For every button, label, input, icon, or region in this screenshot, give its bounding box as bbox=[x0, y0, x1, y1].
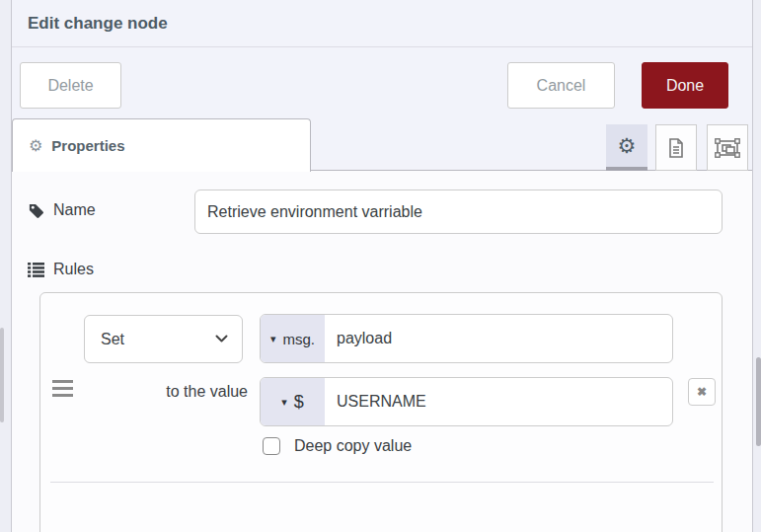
value-type-button[interactable]: ▾ $ bbox=[261, 378, 325, 425]
remove-rule-button[interactable]: ✖ bbox=[688, 378, 716, 406]
property-input[interactable] bbox=[325, 315, 672, 362]
property-type-button[interactable]: ▾ msg. bbox=[261, 315, 325, 362]
chevron-down-icon bbox=[215, 335, 228, 343]
gear-icon: ⚙ bbox=[29, 136, 42, 155]
rule-drag-handle[interactable] bbox=[52, 380, 73, 397]
close-icon: ✖ bbox=[697, 385, 707, 399]
tag-icon bbox=[28, 202, 44, 219]
tab-properties-label: Properties bbox=[51, 137, 124, 154]
rule-action-value: Set bbox=[101, 331, 215, 348]
left-scrollbar-thumb[interactable] bbox=[0, 328, 4, 422]
dialog-title: Edit change node bbox=[12, 14, 168, 34]
name-label-text: Name bbox=[53, 201, 96, 219]
value-input[interactable] bbox=[325, 378, 672, 425]
dropdown-caret-icon: ▾ bbox=[270, 333, 276, 345]
rules-label-text: Rules bbox=[53, 261, 94, 278]
properties-toolbar-button[interactable]: ⚙ bbox=[606, 124, 647, 171]
properties-form: Name Rules Set bbox=[12, 171, 752, 532]
description-toolbar-button[interactable] bbox=[655, 124, 697, 171]
rules-container: Set ▾ msg. to the value bbox=[39, 292, 723, 532]
expression-type-label: $ bbox=[294, 392, 304, 413]
dialog-button-bar: Delete Cancel Done bbox=[12, 47, 752, 116]
deep-copy-checkbox[interactable] bbox=[263, 437, 280, 455]
workspace-left-gutter bbox=[0, 0, 12, 532]
rule-property-typedinput: ▾ msg. bbox=[260, 314, 673, 363]
delete-button[interactable]: Delete bbox=[20, 62, 121, 109]
done-button[interactable]: Done bbox=[642, 62, 728, 109]
right-scrollbar-thumb[interactable] bbox=[756, 357, 761, 446]
list-icon bbox=[28, 263, 44, 277]
appearance-toolbar-button[interactable] bbox=[707, 124, 748, 171]
tab-properties[interactable]: ⚙ Properties bbox=[12, 118, 311, 172]
dialog-header: Edit change node bbox=[12, 0, 752, 47]
editor-tab-bar: ⚙ Properties ⚙ bbox=[12, 116, 752, 171]
rules-section-label: Rules bbox=[28, 261, 94, 278]
deep-copy-label: Deep copy value bbox=[294, 437, 412, 455]
gear-icon: ⚙ bbox=[618, 134, 637, 158]
group-selection-icon bbox=[715, 137, 740, 159]
rule-action-select[interactable]: Set bbox=[84, 315, 243, 363]
dropdown-caret-icon: ▾ bbox=[281, 396, 287, 409]
rule-divider bbox=[50, 482, 714, 483]
name-input[interactable] bbox=[194, 190, 723, 234]
property-type-label: msg. bbox=[283, 331, 316, 347]
cancel-button[interactable]: Cancel bbox=[507, 62, 615, 109]
rule-value-typedinput: ▾ $ bbox=[260, 377, 673, 426]
edit-change-node-dialog: Edit change node Delete Cancel Done ⚙ Pr… bbox=[12, 0, 752, 532]
deep-copy-row: Deep copy value bbox=[263, 437, 412, 455]
to-the-value-label: to the value bbox=[80, 382, 248, 402]
dialog-right-gutter bbox=[752, 0, 761, 532]
name-field-label: Name bbox=[28, 201, 96, 219]
document-icon bbox=[666, 137, 686, 159]
